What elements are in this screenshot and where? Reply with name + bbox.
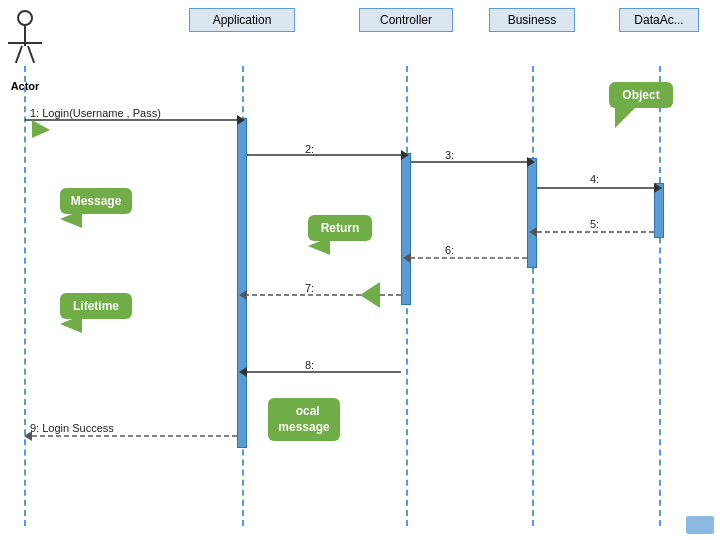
msg4-label: 4: (590, 173, 599, 185)
note-return: Return (308, 215, 372, 241)
svg-marker-14 (360, 282, 380, 308)
activation-dataac (654, 183, 664, 238)
activation-application (237, 118, 247, 448)
msg1-label: 1: Login(Username , Pass) (30, 107, 161, 119)
msg8-label: 8: (305, 359, 314, 371)
arrows-svg (0, 0, 720, 540)
note-object: Object (609, 82, 673, 108)
svg-marker-2 (32, 120, 50, 138)
activation-business (527, 158, 537, 268)
lifeline-line-dataac (659, 66, 661, 526)
activation-controller (401, 153, 411, 305)
note-local-message: Localmessage (268, 398, 340, 441)
msg2-label: 2: (305, 143, 314, 155)
msg6-label: 6: (445, 244, 454, 256)
lifeline-business: Business (489, 8, 575, 32)
note-message: Message (60, 188, 132, 214)
sequence-diagram: Actor Application Controller Business Da… (0, 0, 720, 540)
actor-head (17, 10, 33, 26)
lifeline-controller: Controller (359, 8, 453, 32)
msg7-label: 7: (305, 282, 314, 294)
lifeline-dataac: DataAc... (619, 8, 699, 32)
msg3-label: 3: (445, 149, 454, 161)
lifeline-application: Application (189, 8, 295, 32)
svg-marker-20 (615, 108, 635, 128)
lifeline-line-business (532, 66, 534, 526)
lifeline-line-actor (24, 66, 26, 526)
msg5-label: 5: (590, 218, 599, 230)
scroll-indicator[interactable] (686, 516, 714, 534)
msg9-label: 9: Login Success (30, 422, 114, 434)
note-lifetime: Lifetime (60, 293, 132, 319)
